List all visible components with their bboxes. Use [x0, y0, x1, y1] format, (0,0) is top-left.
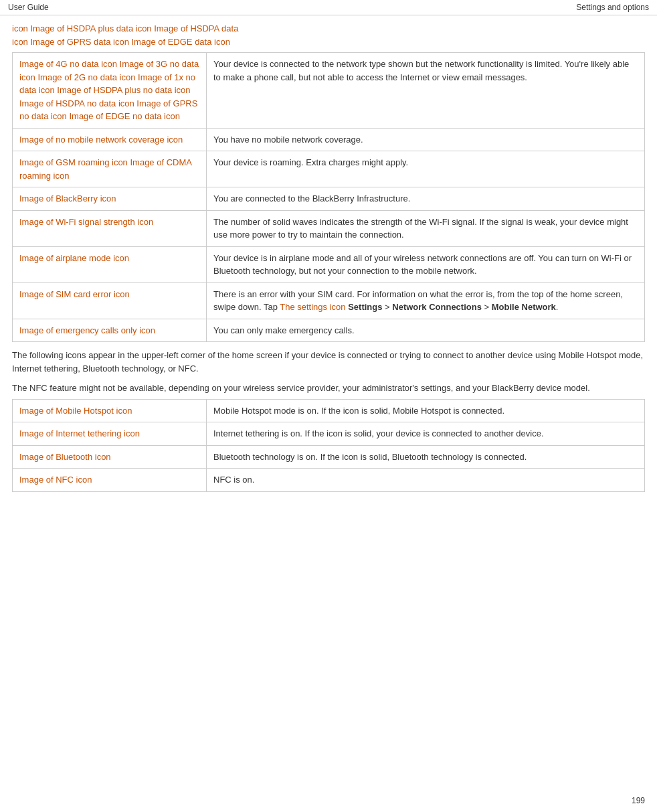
- icon-label-cell: Image of Wi-Fi signal strength icon: [13, 210, 207, 246]
- table-row: Image of airplane mode iconYour device i…: [13, 246, 645, 282]
- table-row: Image of Bluetooth iconBluetooth technol…: [13, 445, 645, 469]
- intro-line2: icon Image of GPRS data icon Image of ED…: [12, 37, 230, 47]
- table-row: Image of BlackBerry iconYou are connecte…: [13, 187, 645, 211]
- second-table: Image of Mobile Hotspot iconMobile Hotsp…: [12, 399, 645, 492]
- table-row: Image of NFC iconNFC is on.: [13, 469, 645, 492]
- table-row: Image of Mobile Hotspot iconMobile Hotsp…: [13, 399, 645, 422]
- description-cell: You are connected to the BlackBerry Infr…: [207, 187, 645, 211]
- table-row: Image of GSM roaming icon Image of CDMA …: [13, 151, 645, 187]
- icon-label-cell: Image of NFC icon: [13, 469, 207, 492]
- description-cell: Bluetooth technology is on. If the icon …: [207, 445, 645, 469]
- description-cell: You can only make emergency calls.: [207, 319, 645, 342]
- description-cell: Your device is in airplane mode and all …: [207, 246, 645, 282]
- table-row: Image of Internet tethering iconInternet…: [13, 422, 645, 446]
- description-cell: There is an error with your SIM card. Fo…: [207, 282, 645, 319]
- table-row: Image of 4G no data icon Image of 3G no …: [13, 53, 645, 129]
- page-number: 199: [632, 796, 645, 805]
- table-row: Image of no mobile network coverage icon…: [13, 128, 645, 151]
- icon-label-cell: Image of 4G no data icon Image of 3G no …: [13, 53, 207, 129]
- icon-label-cell: Image of BlackBerry icon: [13, 187, 207, 211]
- header-left: User Guide: [8, 3, 49, 12]
- description-cell: Your device is connected to the network …: [207, 53, 645, 129]
- description-cell: NFC is on.: [207, 469, 645, 492]
- icon-label-cell: Image of no mobile network coverage icon: [13, 128, 207, 151]
- description-cell: Mobile Hotspot mode is on. If the icon i…: [207, 399, 645, 422]
- icon-label-cell: Image of Internet tethering icon: [13, 422, 207, 446]
- table-row: Image of SIM card error iconThere is an …: [13, 282, 645, 319]
- icon-label-cell: Image of airplane mode icon: [13, 246, 207, 282]
- section-para-2: The NFC feature might not be available, …: [12, 382, 645, 395]
- table-row: Image of emergency calls only iconYou ca…: [13, 319, 645, 342]
- header-right: Settings and options: [576, 3, 649, 12]
- description-cell: Your device is roaming. Extra charges mi…: [207, 151, 645, 187]
- intro-line1: icon Image of HSDPA plus data icon Image…: [12, 23, 238, 33]
- description-cell: You have no mobile network coverage.: [207, 128, 645, 151]
- icon-label-cell: Image of emergency calls only icon: [13, 319, 207, 342]
- description-cell: Internet tethering is on. If the icon is…: [207, 422, 645, 446]
- description-cell: The number of solid waves indicates the …: [207, 210, 645, 246]
- main-table: Image of 4G no data icon Image of 3G no …: [12, 52, 645, 342]
- icon-label-cell: Image of SIM card error icon: [13, 282, 207, 319]
- icon-label-cell: Image of Mobile Hotspot icon: [13, 399, 207, 422]
- section-para-1: The following icons appear in the upper-…: [12, 349, 645, 375]
- icon-label-cell: Image of GSM roaming icon Image of CDMA …: [13, 151, 207, 187]
- table-row: Image of Wi-Fi signal strength iconThe n…: [13, 210, 645, 246]
- icon-label-cell: Image of Bluetooth icon: [13, 445, 207, 469]
